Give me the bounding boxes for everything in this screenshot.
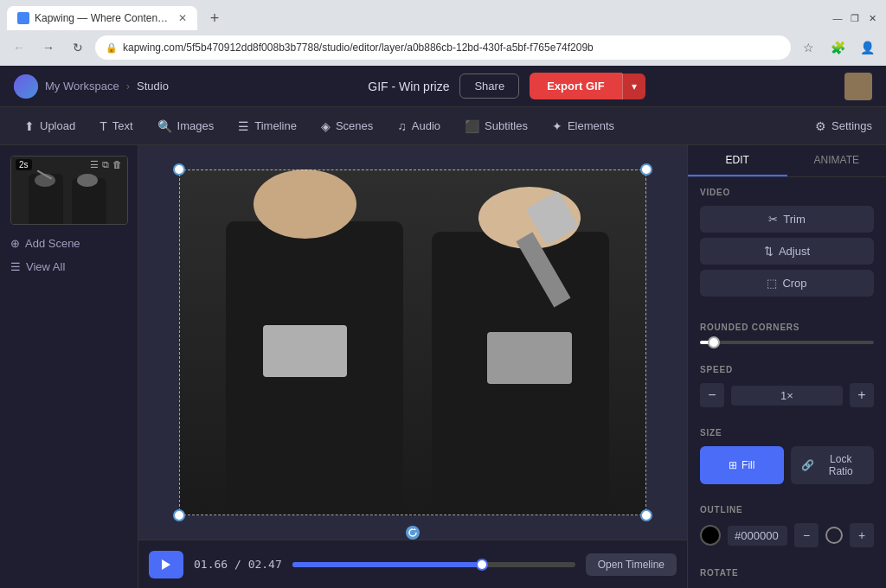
- export-button[interactable]: Export GIF: [530, 73, 621, 99]
- timeline-label: Timeline: [254, 119, 297, 132]
- topbar: My Workspace › Studio GIF - Win prize Sh…: [0, 66, 886, 107]
- canvas-wrapper[interactable]: [138, 145, 687, 540]
- left-panel: 2s ☰ ⧉ 🗑 ⊕ Add Scene ☰ View All: [0, 145, 138, 588]
- handle-bottom-left[interactable]: [173, 509, 185, 521]
- rotation-handle[interactable]: [406, 526, 420, 540]
- timeline-icon: ☰: [238, 119, 249, 133]
- scene-copy-btn[interactable]: ⧉: [102, 159, 109, 170]
- scene-delete-btn[interactable]: 🗑: [112, 159, 122, 170]
- new-tab-btn[interactable]: +: [202, 6, 227, 30]
- tab-edit[interactable]: EDIT: [688, 145, 787, 176]
- fill-btn[interactable]: ⊞ Fill: [700, 446, 784, 484]
- elements-icon: ✦: [552, 119, 562, 133]
- address-field[interactable]: 🔒 kapwing.com/5f5b470912dd8f008b3b7788/s…: [95, 35, 791, 60]
- progress-bar[interactable]: [292, 562, 575, 567]
- images-icon: 🔍: [157, 119, 172, 133]
- size-btns: ⊞ Fill 🔗 Lock Ratio: [700, 446, 874, 484]
- extensions-btn[interactable]: 🧩: [825, 35, 850, 60]
- topbar-center: GIF - Win prize Share Export GIF ▾: [169, 73, 844, 99]
- back-btn[interactable]: ←: [7, 35, 31, 60]
- title-bar: Kapwing — Where Content Crea... ✕ + — ❐ …: [0, 0, 886, 31]
- time-current: 01.66: [194, 558, 228, 571]
- size-section-label: SIZE: [700, 428, 874, 438]
- view-all-btn[interactable]: ☰ View All: [0, 255, 138, 278]
- close-btn[interactable]: ✕: [865, 11, 879, 25]
- adjust-btn[interactable]: ⇅ Adjust: [700, 238, 874, 265]
- share-button[interactable]: Share: [459, 74, 519, 99]
- trim-icon: ✂: [768, 213, 778, 226]
- tab-close-btn[interactable]: ✕: [178, 12, 187, 24]
- fill-icon: ⊞: [729, 459, 737, 471]
- speed-section: SPEED − 1× +: [688, 355, 886, 418]
- trim-btn[interactable]: ✂ Trim: [700, 206, 874, 233]
- crop-btn[interactable]: ⬚ Crop: [700, 270, 874, 297]
- add-scene-btn[interactable]: ⊕ Add Scene: [0, 232, 138, 255]
- view-all-label: View All: [26, 260, 65, 273]
- text-btn[interactable]: T Text: [89, 114, 143, 138]
- upload-label: Upload: [40, 119, 75, 132]
- outline-color-swatch[interactable]: [700, 525, 721, 546]
- lock-icon: 🔒: [106, 42, 118, 54]
- rotate-section: ROTATE: [688, 558, 886, 588]
- audio-btn[interactable]: ♫ Audio: [387, 114, 451, 138]
- progress-thumb[interactable]: [476, 559, 488, 571]
- export-dropdown-btn[interactable]: ▾: [622, 74, 645, 99]
- view-all-icon: ☰: [10, 260, 21, 273]
- trim-label: Trim: [783, 213, 806, 226]
- outline-color-value[interactable]: #000000: [728, 526, 787, 546]
- subtitles-btn[interactable]: ⬛ Subtitles: [454, 114, 538, 138]
- elements-btn[interactable]: ✦ Elements: [542, 114, 625, 138]
- profile-btn[interactable]: 👤: [855, 35, 879, 60]
- play-button[interactable]: [149, 551, 183, 578]
- scene-duration: 2s: [16, 159, 32, 170]
- browser-tab[interactable]: Kapwing — Where Content Crea... ✕: [7, 6, 197, 30]
- outline-plus-btn[interactable]: +: [850, 523, 874, 547]
- user-avatar[interactable]: [844, 73, 872, 100]
- speed-plus-btn[interactable]: +: [850, 383, 874, 407]
- progress-fill: [292, 562, 482, 567]
- scenes-btn[interactable]: ◈ Scenes: [311, 114, 383, 138]
- video-canvas[interactable]: [179, 169, 646, 515]
- maximize-btn[interactable]: ❐: [848, 11, 862, 25]
- breadcrumb-current: Studio: [137, 80, 169, 93]
- handle-top-right[interactable]: [640, 163, 652, 176]
- main-content: 2s ☰ ⧉ 🗑 ⊕ Add Scene ☰ View All: [0, 145, 886, 588]
- upload-btn[interactable]: ⬆ Upload: [14, 114, 86, 138]
- open-timeline-btn[interactable]: Open Timeline: [586, 553, 677, 576]
- subtitles-icon: ⬛: [465, 119, 479, 133]
- forward-btn[interactable]: →: [36, 35, 61, 60]
- add-scene-label: Add Scene: [25, 237, 80, 250]
- outline-minus-btn[interactable]: −: [794, 523, 819, 547]
- timeline-bar: 01.66 / 02.47 Open Timeline: [138, 540, 687, 588]
- lock-ratio-btn[interactable]: 🔗 Lock Ratio: [791, 446, 875, 484]
- address-bar-row: ← → ↻ 🔒 kapwing.com/5f5b470912dd8f008b3b…: [0, 31, 886, 66]
- video-content: [179, 169, 646, 515]
- export-btn-group: Export GIF ▾: [530, 73, 645, 99]
- settings-label: Settings: [831, 119, 872, 132]
- speed-minus-btn[interactable]: −: [700, 383, 724, 407]
- right-panel: EDIT ANIMATE VIDEO ✂ Trim ⇅ Adjust ⬚ Cro…: [687, 145, 886, 588]
- crop-label: Crop: [782, 277, 806, 290]
- timeline-btn[interactable]: ☰ Timeline: [228, 114, 307, 138]
- settings-btn[interactable]: ⚙ Settings: [815, 119, 872, 133]
- bookmark-btn[interactable]: ☆: [796, 35, 820, 60]
- speed-section-label: SPEED: [700, 365, 874, 374]
- crop-icon: ⬚: [767, 277, 777, 290]
- tab-animate[interactable]: ANIMATE: [787, 145, 887, 176]
- refresh-btn[interactable]: ↻: [66, 35, 90, 60]
- svg-marker-1: [162, 559, 170, 570]
- time-separator: /: [234, 558, 248, 571]
- scene-menu-btn[interactable]: ☰: [90, 159, 99, 170]
- handle-bottom-right[interactable]: [640, 509, 652, 521]
- outline-section: OUTLINE #000000 − +: [688, 495, 886, 558]
- handle-top-left[interactable]: [173, 163, 185, 176]
- fill-label: Fill: [742, 459, 754, 471]
- minimize-btn[interactable]: —: [831, 11, 844, 25]
- rounded-corners-slider[interactable]: [700, 341, 874, 344]
- time-total: 02.47: [248, 558, 282, 571]
- rotate-label: ROTATE: [700, 568, 874, 578]
- workspace-link[interactable]: My Workspace: [45, 80, 119, 93]
- images-btn[interactable]: 🔍 Images: [147, 114, 225, 138]
- scene-item[interactable]: 2s ☰ ⧉ 🗑: [10, 156, 127, 225]
- settings-icon: ⚙: [815, 119, 826, 133]
